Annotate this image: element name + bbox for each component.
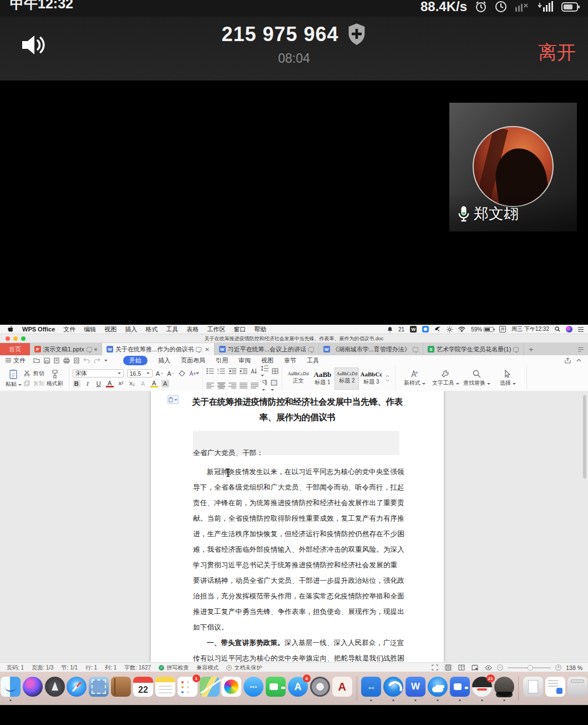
paragraph-mark-icon[interactable] [262,380,267,392]
highlight-button[interactable]: A [150,380,158,387]
tab-speech-doc[interactable]: 习近平在统筹...会议上的讲话 [215,343,319,355]
dock-notes[interactable] [155,675,176,702]
ribbon-tab-insert[interactable]: 插入 [158,356,170,365]
apple-menu-icon[interactable] [8,326,14,333]
menubar-clock[interactable]: 周三 下午12:32 [511,325,549,333]
siri-icon[interactable] [566,326,572,333]
menu-edit[interactable]: 编辑 [84,325,96,334]
ribbon-tab-view[interactable]: 视图 [261,356,273,365]
distribute-icon[interactable] [251,382,258,389]
font-name-select[interactable]: 宋体 [73,369,124,377]
dock-safari[interactable] [67,675,88,702]
find-replace-button[interactable]: 查找替换 [461,370,492,387]
zoom-in-button[interactable]: + [555,664,561,671]
sort-icon[interactable] [251,368,257,374]
superscript-button[interactable]: X² [117,380,125,387]
quickbar-dropdown-icon[interactable] [104,360,108,361]
dock-system-preferences[interactable] [310,675,331,702]
zoom-window-button[interactable] [21,336,26,341]
format-painter-button[interactable]: 格式刷 [44,370,65,387]
style-normal[interactable]: AaBbCcDd 正文 [286,367,310,390]
dock-calendar[interactable]: 22 [133,675,154,702]
tab-roster-sheet[interactable]: 艺术学院学生党员花名册(1) [423,343,524,355]
multi-page-view-icon[interactable] [457,664,466,671]
dock-trash[interactable] [567,675,588,702]
dock-mail[interactable] [88,675,109,702]
tab-regulation-doc[interactable]: 《湖南城市学...育管理办法》 [319,343,423,355]
style-heading3[interactable]: AaBbCc 标题 3 [359,367,383,390]
dock-app-store[interactable]: 6 [287,675,308,702]
menu-file[interactable]: 文件 [63,325,75,334]
align-left-icon[interactable] [206,382,214,389]
redo-icon[interactable] [94,358,100,363]
subscript-button[interactable]: X₂ [128,380,136,387]
tab-presentation[interactable]: 演示文稿1.pptx [30,343,102,355]
numbered-list-icon[interactable] [217,368,225,374]
vertical-scrollbar[interactable] [583,395,586,479]
open-icon[interactable] [33,358,40,363]
style-gallery-scroll[interactable] [383,375,392,382]
participant-tile[interactable]: 郑文翃 [449,103,577,231]
dock-recent-app[interactable] [494,675,515,702]
select-button[interactable]: 选择 [492,370,523,387]
print-icon[interactable] [63,358,70,364]
case-change-button[interactable] [189,370,199,377]
menu-workspace[interactable]: 工作区 [207,325,225,334]
italic-button[interactable]: I [84,380,92,387]
text-tools-button[interactable]: 文字工具 [430,370,461,387]
zoom-slider[interactable] [508,667,551,668]
dock-qq[interactable]: 21 [472,675,493,702]
clear-format-button[interactable] [178,370,186,377]
qq-status-icon[interactable] [422,326,429,333]
dock-autocad[interactable] [332,675,353,702]
document-page[interactable]: 关于在统筹推进疫情防控和经济社会发展中当先锋、作表 率、展作为的倡议书 全省广大… [151,391,444,662]
dock-finder[interactable] [0,675,21,702]
font-size-select[interactable]: 16.5 [127,369,153,377]
tab-list-icon[interactable] [578,343,588,355]
spell-check-status[interactable]: ✓拼写检查 [159,664,189,672]
character-shading-button[interactable]: A [161,380,169,387]
menu-window[interactable]: 窗口 [234,325,246,334]
compatibility-mode-status[interactable]: 兼容模式 [196,664,219,672]
paste-button[interactable]: 粘贴 [3,369,24,388]
single-page-view-icon[interactable] [444,664,453,671]
style-heading2[interactable]: AaBbCcDd 标题 2 [334,367,359,390]
dock-contacts[interactable] [110,675,131,702]
undo-icon[interactable] [83,358,90,363]
gear-status-icon[interactable] [447,326,453,333]
menu-tools[interactable]: 工具 [166,325,178,334]
menu-insert[interactable]: 插入 [125,325,137,334]
menu-table[interactable]: 表格 [186,325,199,334]
copy-button[interactable]: 复制 [24,380,44,387]
notification-bell-icon[interactable] [387,326,393,333]
close-window-button[interactable] [6,336,10,341]
collapse-ribbon-icon[interactable] [576,359,581,362]
style-heading1[interactable]: AaBb 标题 1 [310,367,334,390]
character-border-button[interactable]: A [139,380,147,387]
read-mode-icon[interactable] [470,664,479,671]
align-right-icon[interactable] [229,382,236,389]
control-center-icon[interactable] [578,327,584,332]
justify-icon[interactable] [240,382,247,389]
dock-siri[interactable] [22,675,43,702]
menu-view[interactable]: 视图 [104,325,116,334]
protection-status[interactable]: ✕文档未保护 [226,664,262,672]
ribbon-tab-section[interactable]: 章节 [284,356,296,365]
leave-meeting-button[interactable]: 离开 [538,40,576,66]
increase-indent-icon[interactable] [240,368,247,374]
font-color-button[interactable]: A [106,380,114,387]
dock-downloads[interactable] [545,675,566,702]
underline-button[interactable]: U [95,380,103,387]
menu-help[interactable]: 帮助 [254,325,266,334]
dock-qq-browser[interactable] [427,675,448,702]
zoom-slider-knob[interactable] [528,665,533,671]
ribbon-tab-page-layout[interactable]: 页面布局 [181,356,205,365]
minimize-window-button[interactable] [13,336,18,341]
bullet-list-icon[interactable] [206,368,214,374]
menu-format[interactable]: 格式 [145,325,158,334]
ribbon-tab-home[interactable]: 开始 [123,356,148,365]
status-word-count[interactable]: 字数: 1627 [124,664,151,672]
dock-thunder[interactable] [383,675,404,702]
zoom-percentage[interactable]: 138 % [566,664,582,671]
line-spacing-icon[interactable] [261,365,268,377]
